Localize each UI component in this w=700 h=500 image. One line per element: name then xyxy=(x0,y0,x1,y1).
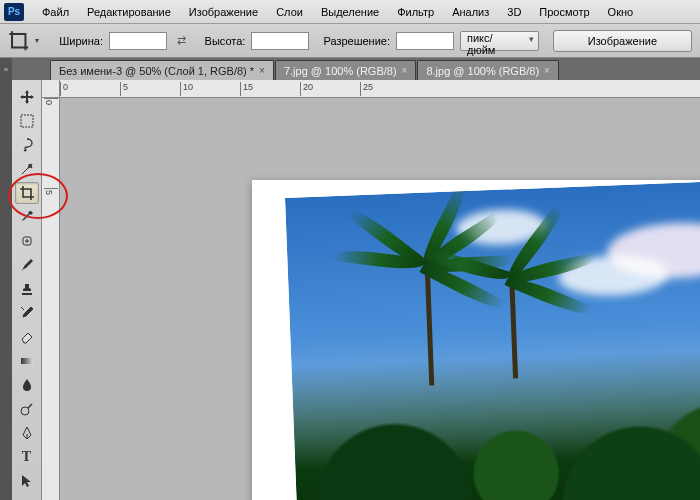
ruler-horizontal[interactable]: 0 5 10 15 20 25 xyxy=(60,80,700,98)
ruler-tick: 20 xyxy=(300,82,313,96)
photo-layer xyxy=(285,179,700,500)
marquee-tool-icon[interactable] xyxy=(15,110,39,132)
image-button[interactable]: Изображение xyxy=(553,30,692,52)
ruler-tick: 5 xyxy=(120,82,128,96)
type-tool-icon[interactable]: T xyxy=(15,446,39,468)
tabstrip-chevrons-icon[interactable]: » xyxy=(0,58,12,80)
svg-rect-2 xyxy=(21,358,33,364)
heal-tool-icon[interactable] xyxy=(15,230,39,252)
resolution-input[interactable] xyxy=(396,32,454,50)
close-icon[interactable]: × xyxy=(402,65,408,76)
width-input[interactable] xyxy=(109,32,167,50)
menu-filter[interactable]: Фильтр xyxy=(389,3,442,21)
ruler-vertical[interactable]: 0 5 xyxy=(42,98,60,500)
toolbox: T xyxy=(12,80,42,500)
menu-edit[interactable]: Редактирование xyxy=(79,3,179,21)
tool-preset-arrow-icon[interactable]: ▾ xyxy=(35,36,45,45)
menu-analysis[interactable]: Анализ xyxy=(444,3,497,21)
lasso-tool-icon[interactable] xyxy=(15,134,39,156)
workspace: T 0 5 10 15 20 25 0 5 xyxy=(0,80,700,500)
menu-window[interactable]: Окно xyxy=(600,3,642,21)
ruler-tick: 0 xyxy=(44,98,58,105)
svg-rect-0 xyxy=(21,115,33,127)
width-label: Ширина: xyxy=(59,35,103,47)
crop-tool-icon[interactable] xyxy=(15,182,39,204)
crop-icon[interactable] xyxy=(8,30,29,52)
menubar: Ps Файл Редактирование Изображение Слои … xyxy=(0,0,700,24)
menu-3d[interactable]: 3D xyxy=(499,3,529,21)
eraser-tool-icon[interactable] xyxy=(15,326,39,348)
ruler-origin[interactable] xyxy=(42,80,60,98)
tab-label: 8.jpg @ 100% (RGB/8) xyxy=(426,65,539,77)
ruler-tick: 0 xyxy=(60,82,68,96)
eyedropper-tool-icon[interactable] xyxy=(15,206,39,228)
brush-tool-icon[interactable] xyxy=(15,254,39,276)
gradient-tool-icon[interactable] xyxy=(15,350,39,372)
svg-point-3 xyxy=(21,407,29,415)
close-icon[interactable]: × xyxy=(544,65,550,76)
pen-tool-icon[interactable] xyxy=(15,422,39,444)
menu-file[interactable]: Файл xyxy=(34,3,77,21)
wand-tool-icon[interactable] xyxy=(15,158,39,180)
ruler-tick: 10 xyxy=(180,82,193,96)
document-tabbar: » Без имени-3 @ 50% (Слой 1, RGB/8) * × … xyxy=(0,58,700,80)
document-tab-1[interactable]: Без имени-3 @ 50% (Слой 1, RGB/8) * × xyxy=(50,60,274,80)
app-logo: Ps xyxy=(4,3,24,21)
tab-label: 7.jpg @ 100% (RGB/8) xyxy=(284,65,397,77)
tab-label: Без имени-3 @ 50% (Слой 1, RGB/8) * xyxy=(59,65,254,77)
options-bar: ▾ Ширина: ⇄ Высота: Разрешение: пикс/дюй… xyxy=(0,24,700,58)
resolution-label: Разрешение: xyxy=(323,35,390,47)
document-canvas[interactable] xyxy=(252,180,700,500)
height-input[interactable] xyxy=(251,32,309,50)
ruler-tick: 5 xyxy=(44,188,58,195)
path-select-tool-icon[interactable] xyxy=(15,470,39,492)
height-label: Высота: xyxy=(205,35,246,47)
blur-tool-icon[interactable] xyxy=(15,374,39,396)
move-tool-icon[interactable] xyxy=(15,86,39,108)
canvas-area[interactable]: 0 5 10 15 20 25 0 5 xyxy=(42,80,700,500)
menu-select[interactable]: Выделение xyxy=(313,3,387,21)
document-tab-2[interactable]: 7.jpg @ 100% (RGB/8) × xyxy=(275,60,417,80)
panel-gutter xyxy=(0,80,12,500)
ruler-tick: 15 xyxy=(240,82,253,96)
menu-view[interactable]: Просмотр xyxy=(531,3,597,21)
menu-image[interactable]: Изображение xyxy=(181,3,266,21)
close-icon[interactable]: × xyxy=(259,65,265,76)
stamp-tool-icon[interactable] xyxy=(15,278,39,300)
menu-layers[interactable]: Слои xyxy=(268,3,311,21)
ruler-tick: 25 xyxy=(360,82,373,96)
dodge-tool-icon[interactable] xyxy=(15,398,39,420)
units-select[interactable]: пикс/дюйм xyxy=(460,31,539,51)
document-tab-3[interactable]: 8.jpg @ 100% (RGB/8) × xyxy=(417,60,559,80)
history-brush-tool-icon[interactable] xyxy=(15,302,39,324)
swap-icon[interactable]: ⇄ xyxy=(173,32,191,50)
